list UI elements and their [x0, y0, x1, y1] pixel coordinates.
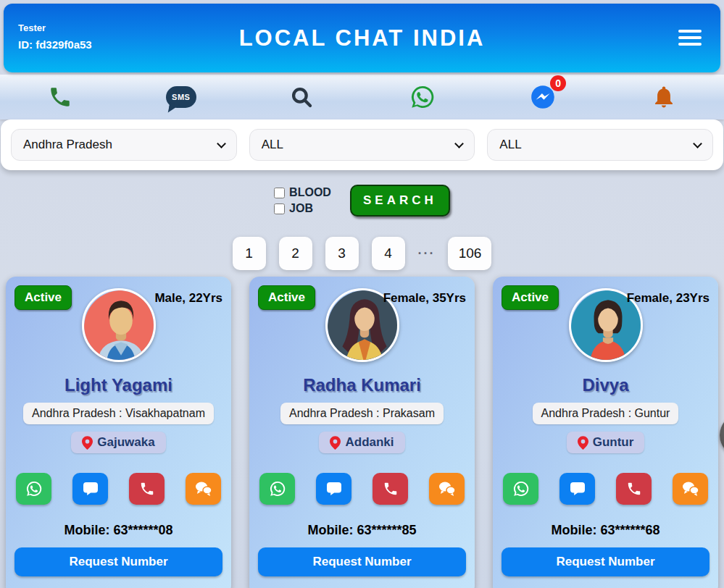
pagination: 1 2 3 4 ··· 106	[0, 237, 724, 270]
state-select[interactable]: Andhra Pradesh	[11, 129, 237, 161]
profile-cards: Active Male, 22Yrs Light Yaga	[0, 277, 724, 588]
profile-name: Radha Kumari	[258, 375, 466, 395]
city-pill: Addanki	[319, 432, 404, 453]
user-id: ID: fd329f0a53	[18, 38, 92, 51]
mobile-number: Mobile: 63******85	[258, 523, 466, 538]
call-button[interactable]	[373, 473, 408, 505]
profile-card: Active Female, 35Yrs Radha Ku	[249, 277, 475, 588]
page-title: LOCAL CHAT INDIA	[239, 25, 486, 51]
sms-label: SMS	[172, 93, 190, 101]
chat-button[interactable]	[72, 473, 108, 505]
menu-icon[interactable]	[678, 30, 702, 46]
chevron-down-icon	[454, 139, 464, 148]
card-header: Active Female, 23Yrs	[502, 284, 710, 369]
profile-name: Light Yagami	[14, 375, 222, 395]
avatar	[82, 288, 156, 362]
search-row: BLOOD JOB SEARCH	[0, 185, 724, 217]
chevron-down-icon	[693, 139, 702, 148]
whatsapp-icon[interactable]	[407, 81, 438, 113]
page-button-1[interactable]: 1	[233, 237, 266, 270]
gender-age: Male, 22Yrs	[154, 291, 222, 306]
profile-card: Active Female, 23Yrs Divya	[493, 277, 718, 588]
blood-checkbox[interactable]	[274, 188, 285, 198]
location-pin-icon	[82, 436, 93, 450]
sms-icon[interactable]: SMS	[165, 81, 197, 113]
action-buttons	[16, 473, 221, 505]
city-pill: Guntur	[567, 432, 645, 453]
profile-card: Active Male, 22Yrs Light Yaga	[6, 277, 231, 588]
status-badge: Active	[258, 285, 315, 310]
category-select-value: ALL	[499, 138, 521, 152]
phone-icon[interactable]	[44, 81, 76, 113]
city-name: Guntur	[593, 435, 634, 450]
whatsapp-button[interactable]	[16, 473, 51, 505]
search-icon[interactable]	[286, 81, 317, 113]
page-button-last[interactable]: 106	[448, 237, 491, 270]
page-button-2[interactable]: 2	[279, 237, 312, 270]
job-checkbox-row[interactable]: JOB	[274, 202, 331, 215]
call-button[interactable]	[129, 473, 165, 505]
chat-button[interactable]	[559, 473, 595, 505]
user-info: Tester ID: fd329f0a53	[18, 22, 92, 51]
profile-name: Divya	[502, 375, 710, 395]
mobile-number: Mobile: 63******08	[14, 523, 222, 538]
group-chat-button[interactable]	[673, 473, 708, 505]
city-name: Gajuwaka	[97, 435, 154, 450]
chat-button[interactable]	[316, 473, 351, 505]
messenger-icon[interactable]: 0	[527, 81, 559, 113]
pagination-ellipsis: ···	[418, 246, 436, 261]
page-button-3[interactable]: 3	[325, 237, 359, 270]
job-label: JOB	[289, 202, 313, 215]
location-pill: Andhra Pradesh : Visakhapatnam	[23, 403, 214, 424]
location-pin-icon	[578, 436, 588, 450]
bell-icon[interactable]	[648, 81, 680, 113]
whatsapp-button[interactable]	[259, 473, 295, 505]
group-chat-button[interactable]	[186, 473, 221, 505]
location-pin-icon	[330, 436, 341, 450]
city-pill: Gajuwaka	[71, 432, 165, 453]
call-button[interactable]	[616, 473, 652, 505]
page-button-4[interactable]: 4	[372, 237, 405, 270]
filter-checkboxes: BLOOD JOB	[274, 186, 331, 215]
request-number-button[interactable]: Request Number	[502, 547, 710, 576]
category-select[interactable]: ALL	[487, 129, 713, 161]
whatsapp-button[interactable]	[503, 473, 538, 505]
icon-toolbar: SMS 0	[0, 75, 724, 119]
gender-age: Female, 35Yrs	[383, 291, 466, 306]
status-badge: Active	[14, 285, 72, 310]
state-select-value: Andhra Pradesh	[23, 138, 112, 152]
request-number-button[interactable]: Request Number	[258, 547, 466, 576]
city-name: Addanki	[345, 435, 394, 450]
user-name: Tester	[18, 22, 92, 33]
gender-age: Female, 23Yrs	[627, 291, 710, 306]
location-pill: Andhra Pradesh : Prakasam	[280, 403, 444, 424]
location-pill: Andhra Pradesh : Guntur	[533, 403, 679, 424]
filter-panel: Andhra Pradesh ALL ALL	[1, 119, 723, 170]
request-number-button[interactable]: Request Number	[14, 547, 222, 576]
district-select-value: ALL	[262, 138, 283, 152]
messenger-badge: 0	[550, 75, 566, 91]
chevron-down-icon	[217, 139, 226, 148]
search-button[interactable]: SEARCH	[350, 185, 450, 217]
action-buttons	[503, 473, 708, 505]
card-header: Active Male, 22Yrs	[14, 284, 222, 369]
app-header: Tester ID: fd329f0a53 LOCAL CHAT INDIA	[4, 4, 720, 72]
card-header: Active Female, 35Yrs	[258, 284, 466, 369]
status-badge: Active	[502, 285, 559, 310]
sms-bubble: SMS	[166, 86, 196, 108]
group-chat-button[interactable]	[429, 473, 465, 505]
blood-checkbox-row[interactable]: BLOOD	[274, 186, 331, 199]
job-checkbox[interactable]	[274, 203, 285, 214]
mobile-number: Mobile: 63******68	[502, 523, 710, 538]
district-select[interactable]: ALL	[249, 129, 475, 161]
blood-label: BLOOD	[289, 186, 331, 199]
action-buttons	[259, 473, 465, 505]
